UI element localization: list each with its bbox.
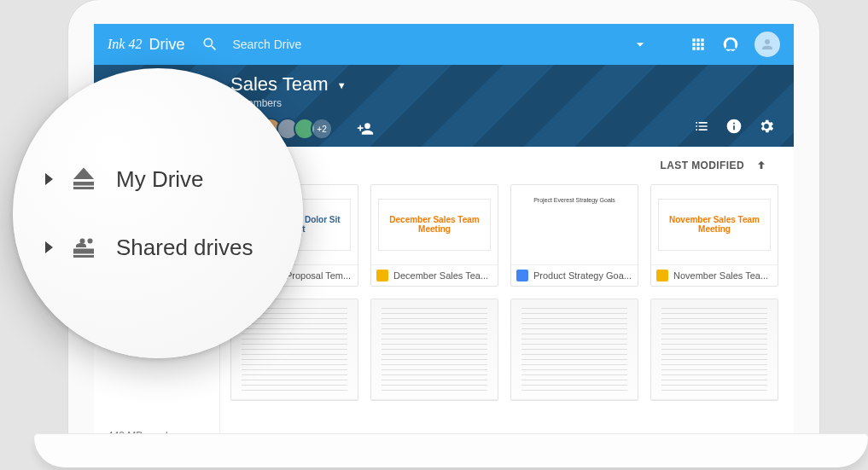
file-card[interactable]: Project Everest Strategy Goals Product S… (510, 184, 638, 287)
laptop-base (34, 433, 868, 467)
team-name[interactable]: Sales Team ▼ (230, 73, 773, 96)
my-drive-icon (68, 164, 99, 194)
file-thumbnail: November Sales Team Meeting (651, 185, 778, 265)
arrow-up-icon (754, 159, 768, 172)
slides-icon (376, 270, 388, 281)
shared-drives-label: Shared drives (116, 235, 253, 261)
file-card[interactable]: December Sales Team Meeting December Sal… (370, 184, 498, 287)
sort-header[interactable]: LAST MODIFIED (230, 147, 784, 184)
member-more-badge[interactable]: +2 (311, 118, 333, 140)
file-thumbnail: Project Everest Strategy Goals (511, 185, 638, 265)
file-grid: Lorem Ipsum Dolor Sit Amet Budget Propos… (230, 184, 784, 401)
slides-icon (656, 270, 668, 281)
file-card[interactable] (370, 299, 498, 401)
file-title: November Sales Tea... (673, 270, 768, 281)
app-name: Drive (149, 36, 184, 54)
magnifier-callout: My Drive Shared drives (13, 68, 303, 358)
sidebar-item-shared-drives[interactable]: Shared drives (45, 213, 303, 281)
person-icon (760, 37, 775, 52)
expand-caret-icon[interactable] (45, 173, 53, 185)
info-icon[interactable] (725, 118, 743, 135)
search-icon (201, 36, 218, 53)
shared-drives-icon (68, 232, 99, 263)
search-input[interactable] (232, 38, 454, 51)
topbar: Ink 42 Drive (94, 24, 794, 65)
docs-icon (516, 270, 528, 281)
my-drive-label: My Drive (116, 166, 204, 193)
header-actions (693, 118, 775, 135)
file-title: December Sales Tea... (393, 270, 488, 281)
sort-label: LAST MODIFIED (660, 160, 744, 171)
thumb-text: Project Everest Strategy Goals (511, 185, 638, 215)
team-members-count: 7 members (230, 97, 773, 109)
brand-logo: Ink 42 (108, 37, 142, 52)
thumb-text: December Sales Team Meeting (379, 215, 490, 234)
expand-caret-icon[interactable] (45, 241, 53, 253)
chevron-down-icon: ▼ (337, 80, 347, 90)
search-bar[interactable] (201, 36, 616, 53)
main-panel: LAST MODIFIED Lorem Ipsum Dolor Sit Amet… (220, 147, 794, 452)
file-card[interactable] (510, 299, 638, 401)
sidebar-item-my-drive[interactable]: My Drive (45, 145, 303, 213)
account-avatar[interactable] (754, 32, 780, 57)
notifications-icon[interactable] (722, 36, 739, 53)
gear-icon[interactable] (758, 118, 775, 135)
search-dropdown-icon[interactable] (632, 36, 649, 53)
file-title: Product Strategy Goa... (533, 270, 632, 281)
team-name-text: Sales Team (230, 73, 329, 95)
list-view-icon[interactable] (693, 118, 710, 135)
file-card[interactable] (650, 299, 778, 401)
file-thumbnail: December Sales Team Meeting (371, 185, 498, 265)
thumb-text: November Sales Team Meeting (659, 215, 770, 234)
file-card[interactable]: November Sales Team Meeting November Sal… (650, 184, 778, 287)
member-avatar-row: +2 (230, 118, 773, 140)
add-member-icon[interactable] (357, 120, 374, 137)
apps-grid-icon[interactable] (690, 36, 707, 53)
